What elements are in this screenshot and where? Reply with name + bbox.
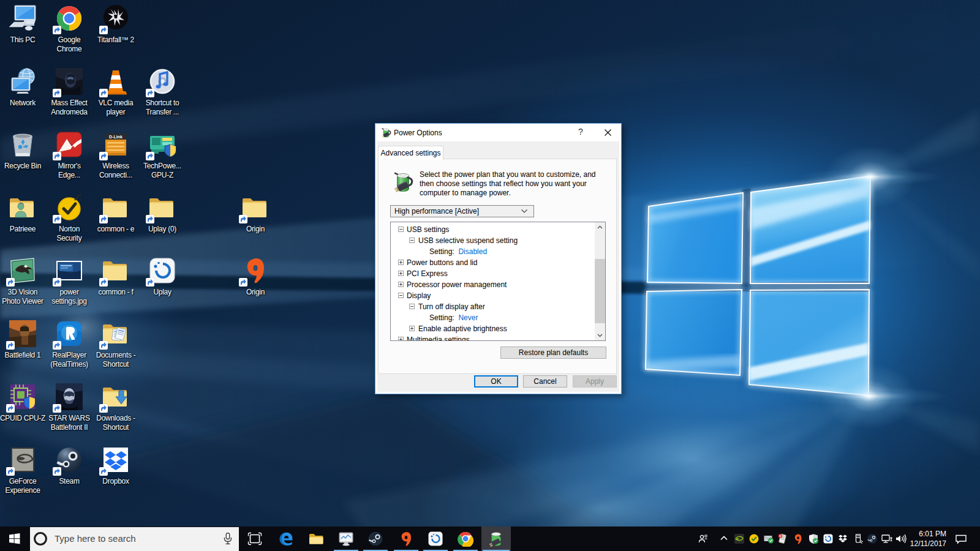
svg-text:D-Link: D-Link	[109, 135, 123, 139]
